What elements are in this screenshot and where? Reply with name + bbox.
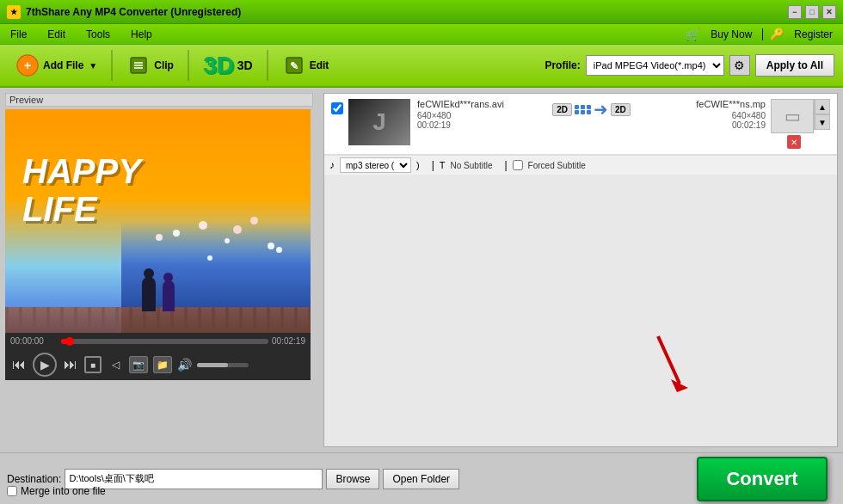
main-content: Preview — [0, 88, 843, 452]
prev-frame-button[interactable]: ◁ — [107, 356, 124, 373]
svg-text:+: + — [24, 58, 31, 72]
skip-back-button[interactable]: ⏮ — [10, 356, 28, 373]
merge-section: Merge into one file — [7, 485, 106, 497]
remove-file-button[interactable]: ✕ — [787, 135, 801, 149]
add-file-dropdown-icon[interactable]: ▼ — [89, 61, 97, 71]
browse-button[interactable]: Browse — [326, 469, 379, 489]
maximize-button[interactable]: □ — [805, 5, 819, 19]
output-resolution: 640×480 — [637, 111, 766, 120]
scroll-up-button[interactable]: ▲ — [815, 99, 830, 114]
volume-bar[interactable] — [197, 363, 249, 367]
profile-label: Profile: — [545, 59, 580, 71]
stop-button[interactable]: ■ — [84, 356, 102, 373]
threed-label: 3D — [203, 52, 234, 79]
forced-section-divider: | — [504, 159, 507, 171]
threed-sub: 3D — [237, 58, 253, 72]
clip-label: Clip — [154, 59, 174, 71]
destination-section: Destination: Browse Open Folder — [7, 469, 690, 489]
source-2d-badge: 2D — [552, 103, 572, 116]
register-link[interactable]: Register — [791, 27, 836, 42]
no-subtitle-label: No Subtitle — [451, 161, 493, 170]
audio-icon: ♪ — [329, 159, 335, 171]
menu-help[interactable]: Help — [127, 27, 156, 42]
destination-label: Destination: — [7, 473, 61, 485]
output-duration: 00:02:19 — [637, 120, 766, 130]
fast-forward-button[interactable]: ⏭ — [62, 356, 79, 373]
preview-progress-bar[interactable]: 00:00:00 00:02:19 — [5, 333, 311, 349]
edit-label: Edit — [310, 59, 329, 71]
profile-select[interactable]: iPad MPEG4 Video(*.mp4) — [586, 55, 724, 76]
file-output-info: feCWIE***ns.mp 640×480 00:02:19 — [637, 99, 766, 130]
output-2d-badge: 2D — [611, 103, 631, 116]
audio-track-select[interactable]: mp3 stereo ( — [340, 157, 411, 173]
preview-video: HAPPY LIFE — [5, 109, 311, 333]
source-duration: 00:02:19 — [417, 120, 545, 130]
preview-panel: Preview — [0, 88, 318, 452]
preview-happy-life: HAPPY LIFE — [22, 152, 141, 228]
menu-file[interactable]: File — [7, 27, 30, 42]
output-thumbnail: ▭ — [771, 99, 814, 133]
progress-bar[interactable] — [61, 339, 268, 344]
forced-subtitle-checkbox[interactable] — [513, 160, 523, 170]
file-list-container: J feCWIEkd***rans.avi 640×480 00:02:19 2… — [323, 93, 838, 447]
folder-button[interactable]: 📁 — [153, 356, 172, 373]
toolbar: + Add File ▼ Clip 3D 3D ✎ Edit — [0, 45, 843, 88]
svg-text:✎: ✎ — [290, 60, 298, 72]
merge-checkbox[interactable] — [7, 486, 17, 496]
subtitle-icon: T — [440, 160, 446, 170]
add-file-icon: + — [15, 53, 40, 77]
play-button[interactable]: ▶ — [33, 353, 57, 377]
threed-button[interactable]: 3D 3D — [196, 48, 260, 83]
add-file-label: Add File — [43, 59, 83, 71]
merge-label: Merge into one file — [21, 485, 106, 497]
playback-controls: ⏮ ▶ ⏭ ■ ◁ 📷 📁 🔊 — [5, 349, 311, 380]
edit-button[interactable]: ✎ Edit — [275, 50, 336, 81]
time-end: 00:02:19 — [272, 336, 305, 346]
preview-image: HAPPY LIFE — [5, 109, 311, 333]
forced-subtitle-label: Forced Subtitle — [528, 161, 586, 170]
preview-label: Preview — [5, 93, 313, 107]
settings-button[interactable]: ⚙ — [729, 55, 750, 76]
title-bar: ★ 7thShare Any MP4 Converter (Unregister… — [0, 0, 843, 24]
scroll-buttons: ▲ ▼ — [814, 99, 830, 130]
bottom-bar: Destination: Browse Open Folder Merge in… — [0, 452, 843, 504]
volume-fill — [197, 363, 228, 367]
scroll-down-button[interactable]: ▼ — [815, 114, 830, 130]
window-controls: − □ ✕ — [788, 5, 836, 19]
file-thumb-image: J — [348, 99, 410, 145]
audio-paren-icon: ) — [416, 160, 420, 170]
menu-bar: File Edit Tools Help 🛒 Buy Now 🔑 Registe… — [0, 24, 843, 45]
toolbar-divider-3 — [267, 50, 268, 81]
minimize-button[interactable]: − — [788, 5, 802, 19]
convert-arrow-icon: ➜ — [594, 99, 608, 120]
app-icon: ★ — [7, 5, 21, 19]
toolbar-divider-2 — [188, 50, 189, 81]
output-filename: feCWIE***ns.mp — [637, 99, 766, 109]
menu-edit[interactable]: Edit — [44, 27, 69, 42]
file-checkbox[interactable] — [331, 102, 343, 114]
profile-section: Profile: iPad MPEG4 Video(*.mp4) ⚙ Apply… — [545, 54, 834, 77]
toolbar-divider-1 — [111, 50, 113, 81]
buy-now-link[interactable]: Buy Now — [707, 27, 755, 42]
file-thumbnail: J — [348, 99, 410, 145]
audio-subtitle-row: ♪ mp3 stereo ( ) | T No Subtitle | Force… — [324, 155, 837, 175]
cart-icon: 🛒 — [686, 28, 700, 41]
clip-icon — [126, 53, 151, 77]
source-resolution: 640×480 — [417, 111, 545, 120]
convert-button[interactable]: Convert — [697, 457, 828, 501]
output-thumb-icon: ▭ — [785, 106, 801, 126]
key-icon: 🔑 — [770, 28, 784, 40]
convert-arrow-section: 2D — [545, 99, 637, 120]
app-title: 7thShare Any MP4 Converter (Unregistered… — [26, 6, 241, 18]
progress-dot — [65, 337, 74, 346]
clip-button[interactable]: Clip — [120, 50, 181, 81]
folder-icon: 📁 — [157, 360, 169, 371]
add-file-button[interactable]: + Add File ▼ — [9, 50, 104, 81]
open-folder-button[interactable]: Open Folder — [383, 469, 459, 489]
menu-tools[interactable]: Tools — [83, 27, 114, 42]
apply-to-all-button[interactable]: Apply to All — [755, 54, 834, 77]
snapshot-button[interactable]: 📷 — [129, 356, 148, 373]
file-list-panel: J feCWIEkd***rans.avi 640×480 00:02:19 2… — [318, 88, 843, 452]
file-item: J feCWIEkd***rans.avi 640×480 00:02:19 2… — [324, 94, 837, 155]
close-button[interactable]: ✕ — [822, 5, 836, 19]
